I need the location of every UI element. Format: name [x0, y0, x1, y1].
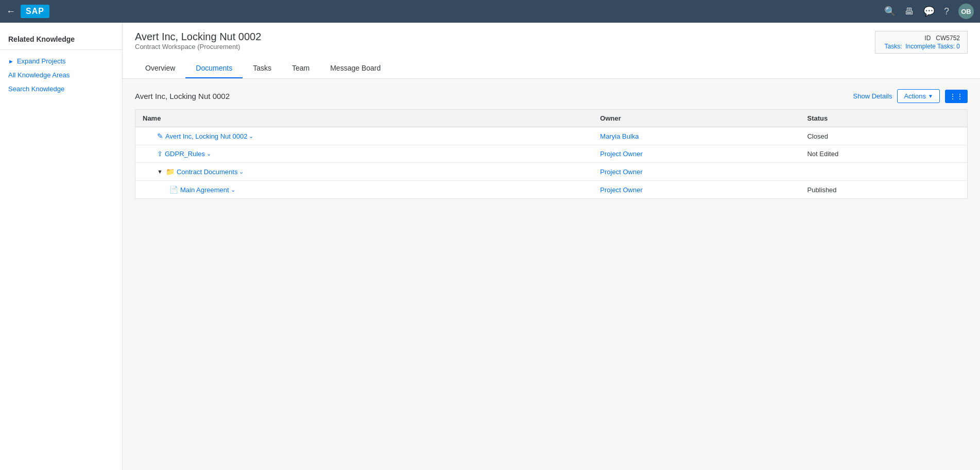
row-status-cell-2: Not Edited: [800, 145, 967, 163]
tab-team[interactable]: Team: [282, 59, 320, 78]
meta-id-value: CW5752: [936, 35, 960, 42]
row-name-cell: ✎ Avert Inc, Locking Nut 0002 ⌄: [135, 127, 593, 145]
sidebar-item-label: All Knowledge Areas: [8, 71, 70, 79]
name-cell-3: ▼ 📁 Contract Documents ⌄: [143, 167, 586, 176]
col-status: Status: [800, 110, 967, 127]
grid-view-button[interactable]: ⋮⋮: [945, 90, 968, 103]
row-chevron-4[interactable]: ⌄: [231, 187, 235, 193]
tab-overview[interactable]: Overview: [135, 59, 185, 78]
row-chevron-2[interactable]: ⌄: [207, 150, 211, 157]
page-title-area: Avert Inc, Locking Nut 0002 Contract Wor…: [135, 31, 261, 57]
tasks-label: Tasks:: [884, 43, 902, 50]
name-cell-2: ⇧ GDPR_Rules ⌄: [143, 150, 586, 158]
sidebar-title: Related Knowledge: [0, 31, 122, 50]
actions-chevron-icon: ▼: [928, 93, 933, 99]
row-status-cell-3: [800, 163, 967, 181]
main-layout: Related Knowledge ► Expand Projects All …: [0, 23, 980, 470]
tabs: Overview Documents Tasks Team Message Bo…: [135, 59, 968, 78]
page-header-top: Avert Inc, Locking Nut 0002 Contract Wor…: [135, 31, 968, 57]
owner-link-3[interactable]: Project Owner: [600, 168, 642, 176]
sap-logo: SAP: [21, 5, 49, 18]
message-icon[interactable]: 💬: [923, 6, 935, 17]
row-owner-cell-4: Project Owner: [593, 181, 800, 199]
tab-documents[interactable]: Documents: [185, 59, 243, 78]
table-row: ✎ Avert Inc, Locking Nut 0002 ⌄ Maryia B…: [135, 127, 968, 145]
name-cell-4: 📄 Main Agreement ⌄: [143, 186, 586, 194]
tab-tasks[interactable]: Tasks: [243, 59, 282, 78]
doc-link-1[interactable]: Avert Inc, Locking Nut 0002: [165, 132, 247, 140]
meta-id: ID CW5752: [883, 35, 960, 42]
sidebar-item-label: Search Knowledge: [8, 85, 64, 93]
topbar-left: ← SAP: [6, 5, 49, 18]
sidebar: Related Knowledge ► Expand Projects All …: [0, 23, 123, 470]
folder-icon: 📁: [166, 167, 175, 176]
actions-label: Actions: [904, 92, 926, 100]
name-cell-1: ✎ Avert Inc, Locking Nut 0002 ⌄: [143, 132, 586, 140]
show-details-button[interactable]: Show Details: [853, 92, 892, 100]
doc-link-4[interactable]: Main Agreement: [180, 186, 229, 194]
page-title: Avert Inc, Locking Nut 0002: [135, 31, 261, 43]
edit-icon: ✎: [157, 132, 163, 140]
doc-section-title: Avert Inc, Locking Nut 0002: [135, 92, 230, 100]
tab-message-board[interactable]: Message Board: [320, 59, 391, 78]
row-owner-cell-3: Project Owner: [593, 163, 800, 181]
owner-link-2[interactable]: Project Owner: [600, 150, 642, 158]
expand-projects-arrow: ►: [8, 58, 14, 64]
table-row: 📄 Main Agreement ⌄ Project Owner Publish…: [135, 181, 968, 199]
doc-section-header: Avert Inc, Locking Nut 0002 Show Details…: [135, 89, 968, 103]
expand-arrow-icon[interactable]: ▼: [157, 169, 163, 175]
search-icon[interactable]: 🔍: [884, 6, 896, 17]
topbar: ← SAP 🔍 🖶 💬 ? OB: [0, 0, 980, 23]
main-content: Avert Inc, Locking Nut 0002 Contract Wor…: [123, 23, 980, 470]
row-chevron-1[interactable]: ⌄: [249, 133, 253, 140]
doc-link-3[interactable]: Contract Documents: [177, 168, 238, 176]
col-name: Name: [135, 110, 593, 127]
row-chevron-3[interactable]: ⌄: [239, 169, 244, 175]
row-name-cell-2: ⇧ GDPR_Rules ⌄: [135, 145, 593, 163]
owner-link-1[interactable]: Maryia Bulka: [600, 132, 639, 140]
help-icon[interactable]: ?: [944, 6, 949, 17]
meta-tasks: Tasks: Incomplete Tasks: 0: [883, 43, 960, 50]
topbar-right: 🔍 🖶 💬 ? OB: [884, 4, 974, 19]
table-row: ▼ 📁 Contract Documents ⌄ Project Owner: [135, 163, 968, 181]
back-button[interactable]: ←: [6, 6, 15, 17]
user-avatar[interactable]: OB: [958, 4, 974, 19]
upload-icon: ⇧: [157, 150, 163, 158]
grid-icon: ⋮⋮: [949, 92, 964, 100]
tasks-value: Incomplete Tasks: 0: [905, 43, 960, 50]
table-row: ⇧ GDPR_Rules ⌄ Project Owner Not Edited: [135, 145, 968, 163]
content-area: Avert Inc, Locking Nut 0002 Show Details…: [123, 79, 980, 209]
row-status-cell-4: Published: [800, 181, 967, 199]
doc-section-actions: Show Details Actions ▼ ⋮⋮: [853, 89, 968, 103]
row-owner-cell-2: Project Owner: [593, 145, 800, 163]
page-header: Avert Inc, Locking Nut 0002 Contract Wor…: [123, 23, 980, 79]
documents-table: Name Owner Status ✎ Avert Inc, Locking N…: [135, 109, 968, 199]
owner-link-4[interactable]: Project Owner: [600, 186, 642, 194]
table-header-row: Name Owner Status: [135, 110, 968, 127]
print-icon[interactable]: 🖶: [905, 6, 914, 17]
row-status-cell-1: Closed: [800, 127, 967, 145]
actions-button[interactable]: Actions ▼: [897, 89, 940, 103]
sidebar-item-search-knowledge[interactable]: Search Knowledge: [0, 82, 122, 96]
row-name-cell-4: 📄 Main Agreement ⌄: [135, 181, 593, 199]
doc-link-2[interactable]: GDPR_Rules: [165, 150, 205, 158]
row-name-cell-3: ▼ 📁 Contract Documents ⌄: [135, 163, 593, 181]
sidebar-item-all-knowledge-areas[interactable]: All Knowledge Areas: [0, 68, 122, 82]
row-owner-cell-1: Maryia Bulka: [593, 127, 800, 145]
meta-id-label: ID: [924, 35, 931, 42]
sidebar-item-label: Expand Projects: [17, 57, 66, 65]
col-owner: Owner: [593, 110, 800, 127]
doc-edit-icon: 📄: [169, 186, 178, 194]
page-meta-box: ID CW5752 Tasks: Incomplete Tasks: 0: [875, 31, 968, 54]
sidebar-item-expand-projects[interactable]: ► Expand Projects: [0, 54, 122, 68]
page-subtitle: Contract Workspace (Procurement): [135, 43, 261, 51]
